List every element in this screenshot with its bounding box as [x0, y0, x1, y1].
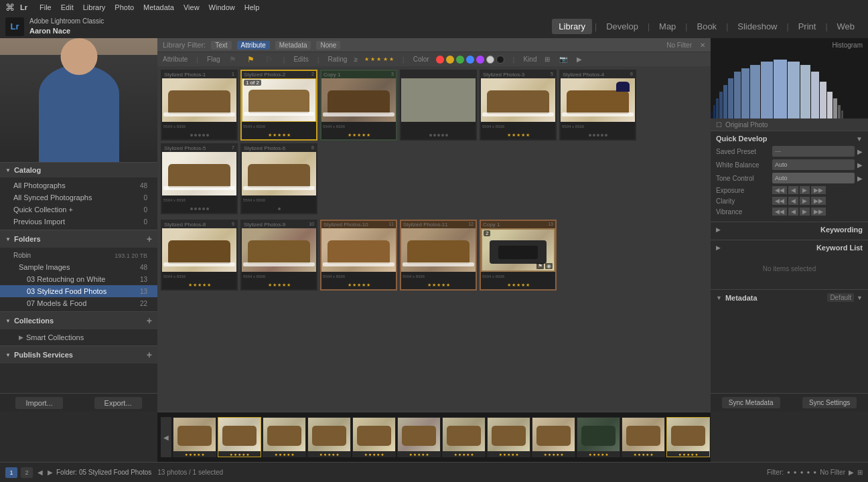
bottom-view-2[interactable]: 2 — [21, 467, 33, 478]
filter-dot-2[interactable]: ● — [794, 469, 797, 475]
qd-exposure-dd[interactable]: ◀◀ — [772, 186, 787, 194]
sidebar-item-all-photos[interactable]: All Photographs 48 — [0, 179, 157, 191]
qd-exposure-u[interactable]: ▶ — [800, 186, 810, 194]
thumb-cell-5[interactable]: Stylized Photos-3 5 5504 x 8336 ★★ ★★ ★ — [480, 70, 557, 141]
rating-operator-icon[interactable]: ≥ — [354, 56, 358, 63]
sidebar-item-models-food[interactable]: 07 Models & Food 22 — [0, 297, 157, 309]
add-folder-icon[interactable]: + — [147, 234, 152, 244]
qd-vibrance-uu[interactable]: ▶▶ — [811, 208, 826, 216]
collections-section-header[interactable]: ▼ Collections + — [0, 312, 157, 329]
menu-file[interactable]: File — [35, 3, 56, 11]
qd-clarity-u[interactable]: ▶ — [800, 197, 810, 205]
film-thumb-12[interactable]: ● ● ● ● ● — [666, 417, 710, 457]
bottom-next-icon[interactable]: ▶ — [48, 469, 53, 476]
nav-print[interactable]: Print — [792, 19, 823, 34]
film-thumb-10[interactable]: ● ● ● ● ● — [577, 417, 620, 457]
color-dot-green[interactable] — [456, 56, 464, 64]
flag-none-icon[interactable]: ⚑ — [227, 55, 238, 64]
qd-exposure-uu[interactable]: ▶▶ — [811, 186, 826, 194]
filter-dot-1[interactable]: ● — [787, 469, 790, 475]
thumb-cell-1[interactable]: Stylized Photos-1 1 5504 x 8336 — [161, 70, 238, 141]
color-dot-black[interactable] — [496, 56, 504, 64]
sidebar-item-smart-collections[interactable]: ▶ Smart Collections — [0, 331, 157, 343]
meta-expand-icon[interactable]: ▼ — [857, 295, 863, 301]
color-dot-blue[interactable] — [466, 56, 474, 64]
menu-window[interactable]: Window — [205, 3, 239, 11]
thumb-cell-10[interactable]: Stylized Photos-9 10 5504 x 8336 ★★ ★★ ★ — [240, 220, 317, 291]
nav-web[interactable]: Web — [830, 19, 862, 34]
folders-section-header[interactable]: ▼ Folders + — [0, 230, 157, 248]
import-button[interactable]: Import... — [15, 397, 62, 409]
nav-develop[interactable]: Develop — [599, 19, 645, 34]
menu-edit[interactable]: Edit — [57, 3, 78, 11]
qd-vibrance-d[interactable]: ◀ — [788, 208, 798, 216]
rating-stars[interactable]: ★ ★ ★ ★ ★ — [364, 56, 394, 62]
add-collection-icon[interactable]: + — [147, 315, 152, 326]
thumb-cell-12[interactable]: Stylized Photos-11 12 5504 x 8336 ★★ ★★ … — [400, 220, 477, 291]
qd-clarity-uu[interactable]: ▶▶ — [811, 197, 826, 205]
menu-metadata[interactable]: Metadata — [139, 3, 178, 11]
menu-help[interactable]: Help — [240, 3, 264, 11]
sidebar-item-stylized-food[interactable]: 03 Stylized Food Photos 13 — [0, 285, 157, 297]
color-dot-purple[interactable] — [476, 56, 484, 64]
qd-tone-arrow[interactable]: ▶ — [857, 175, 863, 182]
color-dot-red[interactable] — [436, 56, 444, 64]
film-thumb-3[interactable]: ● ● ● ● ● — [263, 417, 306, 457]
nav-map[interactable]: Map — [652, 19, 682, 34]
thumb-cell-11[interactable]: Stylized Photos-10 11 5504 x 8336 ★★ ★★ … — [320, 220, 397, 291]
qd-clarity-dd[interactable]: ◀◀ — [772, 197, 787, 205]
filter-btn-text[interactable]: Text — [211, 41, 231, 50]
filter-dot-5[interactable]: ● — [813, 469, 816, 475]
sidebar-item-sample-images[interactable]: Sample Images 48 — [0, 261, 157, 273]
filter-btn-none[interactable]: None — [316, 41, 340, 50]
film-thumb-11[interactable]: ● ● ● ● ● — [622, 417, 665, 457]
kind-video-icon[interactable]: ▶ — [575, 56, 583, 63]
sidebar-item-quick-collection[interactable]: Quick Collection + 0 — [0, 204, 157, 216]
catalog-section-header[interactable]: ▼ Catalog — [0, 163, 157, 177]
film-thumb-6[interactable]: ● ● ● ● ● — [397, 417, 441, 457]
flag-picked-icon[interactable]: ⚑ — [245, 55, 257, 64]
meta-preset-dropdown[interactable]: Default — [827, 293, 854, 302]
thumb-cell-7[interactable]: Stylized Photos-5 7 5504 x 8336 — [161, 143, 238, 214]
qd-tone-control[interactable]: Auto — [772, 173, 855, 183]
film-thumb-7[interactable]: ● ● ● ● ● — [442, 417, 486, 457]
sidebar-item-previous-import[interactable]: Previous Import 0 — [0, 216, 157, 228]
export-button[interactable]: Export... — [94, 397, 142, 409]
filter-close-icon[interactable]: ✕ — [700, 42, 705, 49]
thumb-cell-6[interactable]: Stylized Photos-4 6 5504 x 8336 — [559, 70, 636, 141]
film-thumb-4[interactable]: ● ● ● ● ● — [307, 417, 351, 457]
menu-view[interactable]: View — [179, 3, 204, 11]
thumb-cell-8[interactable]: Stylized Photos-6 8 5504 x 8336 — [240, 143, 317, 214]
color-dot-yellow[interactable] — [446, 56, 454, 64]
filter-dot-4[interactable]: ● — [807, 469, 810, 475]
bottom-view-1[interactable]: 1 — [5, 467, 17, 478]
thumb-cell-13[interactable]: Copy 1 13 2 ⚑ ◉ — [480, 220, 557, 291]
filter-btn-metadata[interactable]: Metadata — [275, 41, 311, 50]
film-thumb-5[interactable]: ● ● ● ● ● — [352, 417, 396, 457]
sync-metadata-btn[interactable]: Sync Metadata — [722, 397, 780, 408]
menu-photo[interactable]: Photo — [111, 3, 138, 11]
thumb-cell-4[interactable] — [400, 70, 477, 141]
qd-clarity-d[interactable]: ◀ — [788, 197, 798, 205]
add-publish-icon[interactable]: + — [147, 349, 152, 360]
kind-all-icon[interactable]: ⊞ — [543, 56, 551, 63]
nav-book[interactable]: Book — [690, 19, 723, 34]
film-thumb-8[interactable]: ● ● ● ● ● — [487, 417, 530, 457]
nav-library[interactable]: Library — [552, 19, 592, 34]
color-dot-white[interactable] — [486, 56, 494, 64]
qd-saved-preset-control[interactable]: — — [772, 146, 855, 157]
filter-side-arrow-icon[interactable]: ▶ — [849, 469, 854, 476]
filter-btn-attribute[interactable]: Attribute — [237, 41, 270, 50]
nav-slideshow[interactable]: Slideshow — [731, 19, 784, 34]
menu-library[interactable]: Library — [79, 3, 110, 11]
bottom-prev-icon[interactable]: ◀ — [38, 469, 43, 476]
film-thumb-1[interactable]: ● ● ● ● ● — [173, 417, 216, 457]
qd-wb-arrow[interactable]: ▶ — [857, 161, 863, 169]
qd-white-balance-control[interactable]: Auto — [772, 159, 855, 170]
flag-rejected-icon[interactable]: ⚐ — [263, 55, 275, 64]
qd-vibrance-dd[interactable]: ◀◀ — [772, 208, 787, 216]
sidebar-item-disk[interactable]: Robin 193.1 20 TB — [0, 250, 157, 261]
qd-expand-icon[interactable]: ▼ — [856, 135, 863, 143]
kind-photo-icon[interactable]: 📷 — [558, 56, 569, 63]
sidebar-item-retouching[interactable]: 03 Retouching on White 13 — [0, 273, 157, 285]
